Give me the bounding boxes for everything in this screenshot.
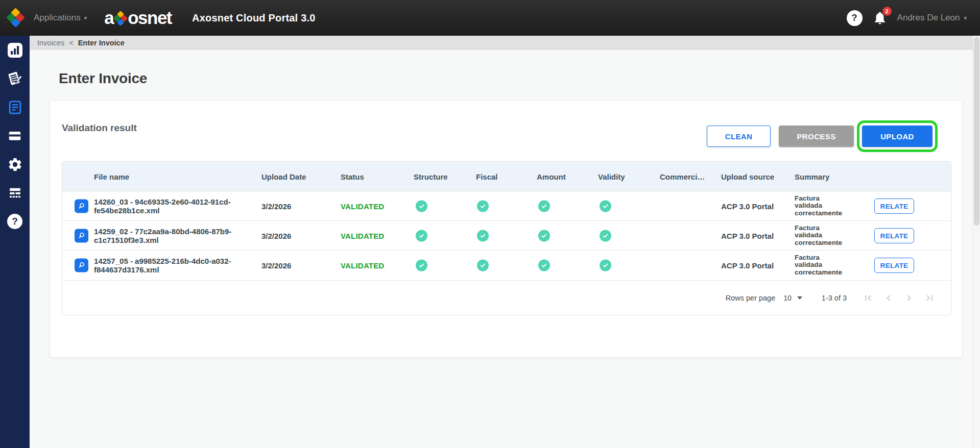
process-button[interactable]: PROCESS <box>779 126 854 147</box>
summary-text: Factura validada correctamente <box>795 195 846 217</box>
table-row: 14260_03 - 94c69335-2e60-4012-91cd-fe54b… <box>62 191 951 220</box>
breadcrumb-invoices[interactable]: Invoices <box>37 39 64 47</box>
sidebar-item-enter-invoice-active[interactable] <box>0 93 30 121</box>
chevron-down-icon <box>797 296 802 300</box>
applications-menu[interactable]: Applications ▾ <box>34 13 87 23</box>
validity-check-icon <box>600 259 611 271</box>
column-upload-date: Upload Date <box>261 172 306 181</box>
scrollbar[interactable] <box>973 36 980 448</box>
applications-label: Applications <box>34 13 81 23</box>
bar-chart-icon <box>8 43 22 58</box>
status-badge: VALIDATED <box>341 231 384 240</box>
table-row: 14257_05 - a9985225-216b-4dc0-a032-f8446… <box>62 250 951 280</box>
relate-button[interactable]: RELATE <box>874 258 914 273</box>
validity-check-icon <box>600 230 611 241</box>
column-upload-source: Upload source <box>721 172 774 181</box>
table-header-row: File name Upload Date Status Structure F… <box>62 162 951 191</box>
help-circle-icon: ? <box>7 214 22 229</box>
upload-source: ACP 3.0 Portal <box>721 231 774 240</box>
summary-text: Factura validada correctamente <box>795 225 846 247</box>
upload-source: ACP 3.0 Portal <box>721 261 774 269</box>
file-name: 14257_05 - a9985225-216b-4dc0-a032-f8446… <box>94 257 256 274</box>
rows-per-page-label: Rows per page <box>726 294 776 302</box>
next-page-icon[interactable] <box>899 288 919 308</box>
file-search-icon[interactable] <box>75 199 88 213</box>
file-name: 14259_02 - 77c2aa9a-80bd-4806-87b9-c1c71… <box>94 227 256 244</box>
credit-card-icon <box>7 128 22 143</box>
previous-page-icon[interactable] <box>878 288 899 308</box>
column-amount: Amount <box>537 172 566 181</box>
breadcrumb-current: Enter Invoice <box>78 39 125 47</box>
wordmark-prefix: a <box>104 9 113 27</box>
help-icon[interactable]: ? <box>847 10 863 26</box>
data-rows-icon <box>7 185 23 201</box>
asterisk-pinwheel-icon <box>114 12 127 26</box>
file-name: 14260_03 - 94c69335-2e60-4012-91cd-fe54b… <box>94 197 256 215</box>
sidebar-item-records[interactable] <box>0 179 30 207</box>
structure-check-icon <box>416 259 427 271</box>
sidebar-item-notes[interactable] <box>0 64 30 93</box>
sidebar: ? <box>0 36 30 448</box>
table-pagination: Rows per page 10 1-3 of 3 <box>62 280 951 315</box>
first-page-icon[interactable] <box>858 288 878 308</box>
application-window: Applications ▾ a osnet Axosnet Cloud Por… <box>0 0 980 448</box>
structure-check-icon <box>416 230 427 241</box>
relate-button[interactable]: RELATE <box>874 198 914 214</box>
user-name: Andres De Leon <box>897 13 960 23</box>
upload-date: 3/2/2026 <box>261 231 291 240</box>
action-buttons: CLEAN PROCESS UPLOAD <box>707 126 933 147</box>
axosnet-pinwheel-logo-icon[interactable] <box>7 9 25 27</box>
pagination-range: 1-3 of 3 <box>822 294 847 302</box>
validation-result-card: Validation result CLEAN PROCESS UPLOAD F… <box>50 100 963 358</box>
pagination-nav <box>858 288 940 308</box>
upload-date: 3/2/2026 <box>261 261 291 269</box>
chevron-down-icon: ▾ <box>84 15 87 21</box>
invoice-document-icon <box>7 99 23 115</box>
fiscal-check-icon <box>477 259 489 271</box>
sidebar-item-help[interactable]: ? <box>0 207 30 236</box>
scrollbar-thumb[interactable] <box>974 37 979 226</box>
column-validity: Validity <box>598 172 625 181</box>
axosnet-wordmark[interactable]: a osnet <box>104 9 172 27</box>
notification-badge: 2 <box>882 7 892 16</box>
chevron-down-icon: ▾ <box>964 15 967 21</box>
summary-text: Factura validada correctamente <box>795 254 846 277</box>
breadcrumb-separator: < <box>69 39 73 47</box>
clean-button[interactable]: CLEAN <box>707 126 771 147</box>
file-search-icon[interactable] <box>75 229 88 242</box>
column-commercial: Commerci… <box>660 172 705 181</box>
settings-gear-icon <box>7 157 23 172</box>
notification-bell-icon[interactable]: 2 <box>872 10 888 26</box>
top-navbar: Applications ▾ a osnet Axosnet Cloud Por… <box>0 0 980 36</box>
amount-check-icon <box>538 230 550 241</box>
notes-pen-icon <box>7 70 23 87</box>
validity-check-icon <box>600 200 611 212</box>
column-summary: Summary <box>795 172 829 181</box>
upload-date: 3/2/2026 <box>261 202 291 210</box>
sidebar-item-payments[interactable] <box>0 121 30 150</box>
panel-title: Validation result <box>62 122 137 134</box>
column-file-name: File name <box>94 172 129 181</box>
amount-check-icon <box>538 259 550 271</box>
relate-button[interactable]: RELATE <box>874 228 914 243</box>
upload-button[interactable]: UPLOAD <box>862 126 933 147</box>
fiscal-check-icon <box>477 200 489 212</box>
rows-per-page-select[interactable]: 10 <box>783 294 802 302</box>
file-search-icon[interactable] <box>75 258 88 272</box>
validation-table: File name Upload Date Status Structure F… <box>62 161 951 315</box>
column-fiscal: Fiscal <box>476 172 498 181</box>
sidebar-item-dashboard[interactable] <box>0 36 30 64</box>
column-status: Status <box>341 172 364 181</box>
app-title: Axosnet Cloud Portal 3.0 <box>192 12 316 24</box>
user-menu[interactable]: Andres De Leon ▾ <box>897 13 967 23</box>
wordmark-suffix: osnet <box>128 9 172 27</box>
rows-per-page-value: 10 <box>783 294 792 302</box>
status-badge: VALIDATED <box>341 261 384 269</box>
structure-check-icon <box>416 200 427 212</box>
breadcrumb: Invoices < Enter Invoice <box>30 36 980 50</box>
column-structure: Structure <box>414 172 448 181</box>
page-title: Enter Invoice <box>59 70 147 87</box>
sidebar-item-settings[interactable] <box>0 150 30 179</box>
last-page-icon[interactable] <box>919 288 940 308</box>
status-badge: VALIDATED <box>341 202 384 210</box>
